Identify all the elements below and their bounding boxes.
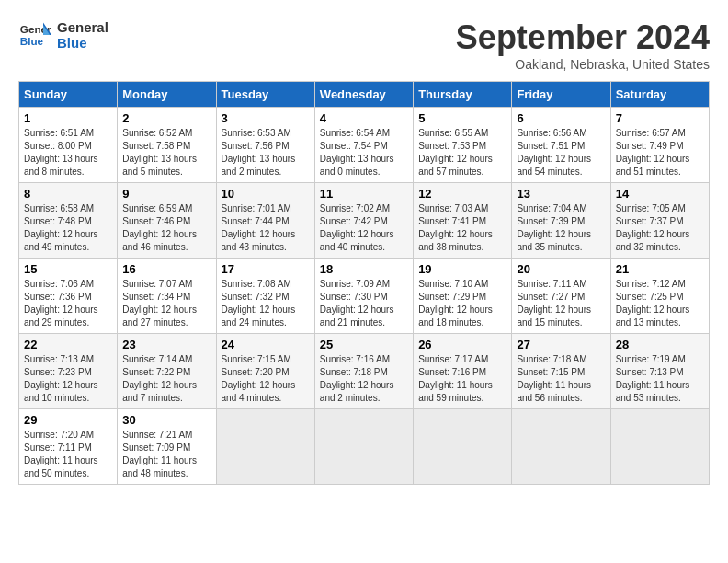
calendar-day-cell: 2Sunrise: 6:52 AMSunset: 7:58 PMDaylight… bbox=[118, 108, 216, 183]
calendar-day-cell: 3Sunrise: 6:53 AMSunset: 7:56 PMDaylight… bbox=[216, 108, 314, 183]
calendar-week-row: 22Sunrise: 7:13 AMSunset: 7:23 PMDayligh… bbox=[19, 334, 710, 409]
day-detail: Sunrise: 6:52 AMSunset: 7:58 PMDaylight:… bbox=[122, 127, 210, 178]
calendar-day-cell: 21Sunrise: 7:12 AMSunset: 7:25 PMDayligh… bbox=[610, 259, 709, 334]
calendar-day-cell: 4Sunrise: 6:54 AMSunset: 7:54 PMDaylight… bbox=[314, 108, 413, 183]
logo-general: General bbox=[57, 19, 108, 35]
day-number: 28 bbox=[616, 338, 704, 351]
day-detail: Sunrise: 6:57 AMSunset: 7:49 PMDaylight:… bbox=[616, 127, 704, 178]
calendar-week-row: 29Sunrise: 7:20 AMSunset: 7:11 PMDayligh… bbox=[19, 409, 710, 485]
day-detail: Sunrise: 7:01 AMSunset: 7:44 PMDaylight:… bbox=[222, 202, 310, 254]
header: General Blue General Blue September 2024… bbox=[18, 18, 710, 72]
calendar-day-cell: 26Sunrise: 7:17 AMSunset: 7:16 PMDayligh… bbox=[414, 334, 512, 409]
day-detail: Sunrise: 7:12 AMSunset: 7:25 PMDaylight:… bbox=[616, 278, 704, 329]
calendar-day-cell: 25Sunrise: 7:16 AMSunset: 7:18 PMDayligh… bbox=[314, 334, 413, 409]
day-detail: Sunrise: 7:21 AMSunset: 7:09 PMDaylight:… bbox=[122, 429, 210, 480]
day-detail: Sunrise: 7:20 AMSunset: 7:11 PMDaylight:… bbox=[24, 429, 112, 480]
calendar-day-cell: 22Sunrise: 7:13 AMSunset: 7:23 PMDayligh… bbox=[19, 334, 118, 409]
logo-blue: Blue bbox=[57, 35, 108, 51]
day-number: 30 bbox=[122, 413, 210, 427]
logo: General Blue General Blue bbox=[18, 18, 108, 52]
calendar-day-cell: 11Sunrise: 7:02 AMSunset: 7:42 PMDayligh… bbox=[314, 183, 413, 259]
day-detail: Sunrise: 7:16 AMSunset: 7:18 PMDaylight:… bbox=[320, 353, 408, 405]
day-number: 12 bbox=[418, 187, 506, 201]
day-number: 6 bbox=[517, 111, 605, 125]
day-number: 19 bbox=[418, 262, 506, 276]
day-detail: Sunrise: 6:53 AMSunset: 7:56 PMDaylight:… bbox=[222, 127, 310, 178]
calendar-body: 1Sunrise: 6:51 AMSunset: 8:00 PMDaylight… bbox=[19, 108, 710, 485]
calendar-day-cell: 17Sunrise: 7:08 AMSunset: 7:32 PMDayligh… bbox=[216, 259, 314, 334]
day-number: 27 bbox=[517, 338, 605, 351]
day-number: 20 bbox=[517, 262, 605, 276]
calendar-week-row: 8Sunrise: 6:58 AMSunset: 7:48 PMDaylight… bbox=[19, 183, 710, 259]
weekday-header-cell: Thursday bbox=[414, 82, 512, 108]
day-number: 2 bbox=[122, 111, 210, 125]
weekday-header-cell: Saturday bbox=[610, 82, 709, 108]
day-number: 4 bbox=[320, 111, 408, 125]
calendar-day-cell: 27Sunrise: 7:18 AMSunset: 7:15 PMDayligh… bbox=[512, 334, 610, 409]
calendar-day-cell: 24Sunrise: 7:15 AMSunset: 7:20 PMDayligh… bbox=[216, 334, 314, 409]
day-detail: Sunrise: 6:55 AMSunset: 7:53 PMDaylight:… bbox=[418, 127, 506, 178]
day-number: 8 bbox=[24, 187, 112, 201]
day-detail: Sunrise: 7:14 AMSunset: 7:22 PMDaylight:… bbox=[122, 353, 210, 405]
title-block: September 2024 Oakland, Nebraska, United… bbox=[456, 18, 710, 72]
day-detail: Sunrise: 6:51 AMSunset: 8:00 PMDaylight:… bbox=[24, 127, 112, 178]
day-number: 11 bbox=[320, 187, 408, 201]
day-detail: Sunrise: 7:07 AMSunset: 7:34 PMDaylight:… bbox=[122, 278, 210, 329]
day-detail: Sunrise: 7:09 AMSunset: 7:30 PMDaylight:… bbox=[320, 278, 408, 329]
day-number: 3 bbox=[222, 111, 310, 125]
day-number: 21 bbox=[616, 262, 704, 276]
day-detail: Sunrise: 7:13 AMSunset: 7:23 PMDaylight:… bbox=[24, 353, 112, 405]
location-subtitle: Oakland, Nebraska, United States bbox=[456, 57, 710, 72]
day-number: 14 bbox=[616, 187, 704, 201]
day-number: 1 bbox=[24, 111, 112, 125]
day-detail: Sunrise: 7:15 AMSunset: 7:20 PMDaylight:… bbox=[222, 353, 310, 405]
calendar-table: SundayMondayTuesdayWednesdayThursdayFrid… bbox=[18, 81, 710, 485]
month-title: September 2024 bbox=[456, 18, 710, 57]
day-number: 23 bbox=[122, 338, 210, 351]
calendar-day-cell bbox=[610, 409, 709, 485]
day-number: 10 bbox=[222, 187, 310, 201]
day-detail: Sunrise: 7:06 AMSunset: 7:36 PMDaylight:… bbox=[24, 278, 112, 329]
calendar-day-cell: 8Sunrise: 6:58 AMSunset: 7:48 PMDaylight… bbox=[19, 183, 118, 259]
calendar-day-cell: 16Sunrise: 7:07 AMSunset: 7:34 PMDayligh… bbox=[118, 259, 216, 334]
calendar-day-cell bbox=[314, 409, 413, 485]
day-number: 5 bbox=[418, 111, 506, 125]
weekday-header-cell: Monday bbox=[118, 82, 216, 108]
calendar-day-cell: 1Sunrise: 6:51 AMSunset: 8:00 PMDaylight… bbox=[19, 108, 118, 183]
day-detail: Sunrise: 6:56 AMSunset: 7:51 PMDaylight:… bbox=[517, 127, 605, 178]
calendar-week-row: 1Sunrise: 6:51 AMSunset: 8:00 PMDaylight… bbox=[19, 108, 710, 183]
day-number: 15 bbox=[24, 262, 112, 276]
day-number: 7 bbox=[616, 111, 704, 125]
day-detail: Sunrise: 6:54 AMSunset: 7:54 PMDaylight:… bbox=[320, 127, 408, 178]
calendar-day-cell: 14Sunrise: 7:05 AMSunset: 7:37 PMDayligh… bbox=[610, 183, 709, 259]
calendar-day-cell: 7Sunrise: 6:57 AMSunset: 7:49 PMDaylight… bbox=[610, 108, 709, 183]
day-number: 9 bbox=[122, 187, 210, 201]
day-detail: Sunrise: 7:17 AMSunset: 7:16 PMDaylight:… bbox=[418, 353, 506, 405]
calendar-day-cell: 5Sunrise: 6:55 AMSunset: 7:53 PMDaylight… bbox=[414, 108, 512, 183]
day-detail: Sunrise: 7:02 AMSunset: 7:42 PMDaylight:… bbox=[320, 202, 408, 254]
calendar-day-cell: 6Sunrise: 6:56 AMSunset: 7:51 PMDaylight… bbox=[512, 108, 610, 183]
calendar-day-cell: 20Sunrise: 7:11 AMSunset: 7:27 PMDayligh… bbox=[512, 259, 610, 334]
day-detail: Sunrise: 7:05 AMSunset: 7:37 PMDaylight:… bbox=[616, 202, 704, 254]
calendar-day-cell: 30Sunrise: 7:21 AMSunset: 7:09 PMDayligh… bbox=[118, 409, 216, 485]
day-detail: Sunrise: 6:59 AMSunset: 7:46 PMDaylight:… bbox=[122, 202, 210, 254]
day-detail: Sunrise: 7:03 AMSunset: 7:41 PMDaylight:… bbox=[418, 202, 506, 254]
calendar-day-cell bbox=[414, 409, 512, 485]
day-detail: Sunrise: 7:18 AMSunset: 7:15 PMDaylight:… bbox=[517, 353, 605, 405]
day-number: 29 bbox=[24, 413, 112, 427]
day-detail: Sunrise: 7:10 AMSunset: 7:29 PMDaylight:… bbox=[418, 278, 506, 329]
day-number: 26 bbox=[418, 338, 506, 351]
day-number: 18 bbox=[320, 262, 408, 276]
day-number: 13 bbox=[517, 187, 605, 201]
day-number: 25 bbox=[320, 338, 408, 351]
day-detail: Sunrise: 7:04 AMSunset: 7:39 PMDaylight:… bbox=[517, 202, 605, 254]
calendar-day-cell: 28Sunrise: 7:19 AMSunset: 7:13 PMDayligh… bbox=[610, 334, 709, 409]
day-number: 16 bbox=[122, 262, 210, 276]
day-number: 22 bbox=[24, 338, 112, 351]
calendar-day-cell bbox=[216, 409, 314, 485]
weekday-header-cell: Friday bbox=[512, 82, 610, 108]
weekday-header-cell: Tuesday bbox=[216, 82, 314, 108]
calendar-day-cell bbox=[512, 409, 610, 485]
calendar-day-cell: 19Sunrise: 7:10 AMSunset: 7:29 PMDayligh… bbox=[414, 259, 512, 334]
day-detail: Sunrise: 6:58 AMSunset: 7:48 PMDaylight:… bbox=[24, 202, 112, 254]
